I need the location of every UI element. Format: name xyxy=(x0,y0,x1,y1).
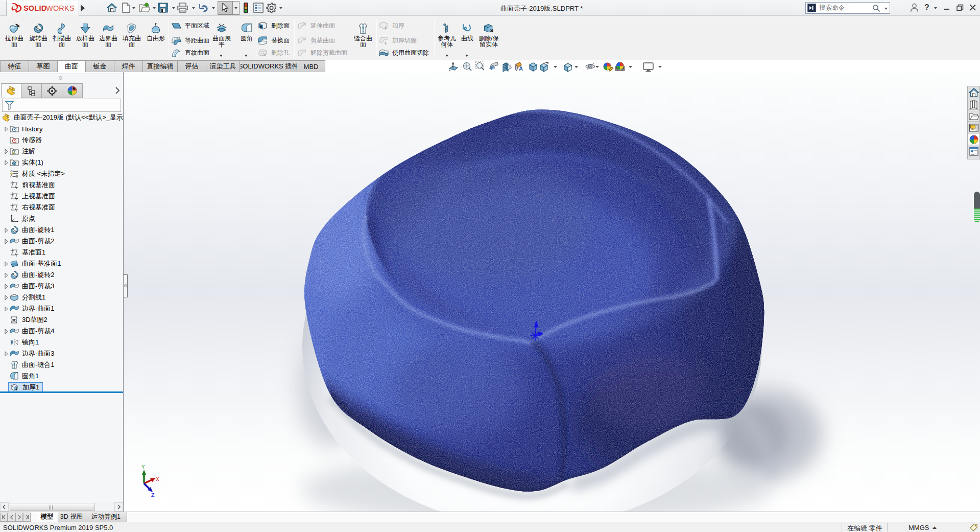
svg-text:3D: 3D xyxy=(12,318,17,322)
svg-text:X: X xyxy=(156,476,159,482)
svg-text:WORKS: WORKS xyxy=(46,4,75,12)
svg-text:A: A xyxy=(13,151,16,154)
svg-text:A: A xyxy=(519,65,523,72)
svg-text:Z: Z xyxy=(151,492,155,498)
svg-text:Y: Y xyxy=(141,464,145,470)
svg-text:SOLID: SOLID xyxy=(23,4,46,12)
